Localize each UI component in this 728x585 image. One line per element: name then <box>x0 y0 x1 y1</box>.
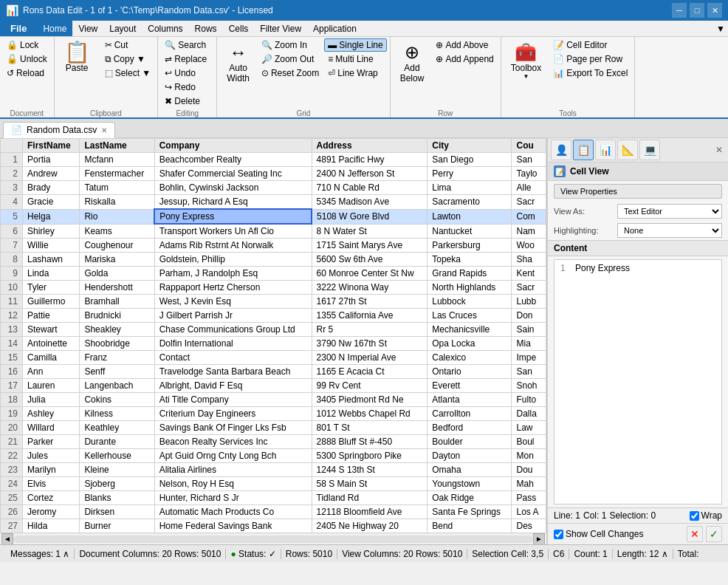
table-cell[interactable]: Youngstown <box>427 477 512 491</box>
table-cell[interactable]: 23 <box>1 463 23 477</box>
table-row[interactable]: 8LashawnMariskaGoldstein, Phillip5600 Sw… <box>1 253 546 267</box>
table-cell[interactable]: 5108 W Gore Blvd <box>312 209 427 224</box>
table-cell[interactable]: Willard <box>23 421 80 435</box>
table-cell[interactable]: Woo <box>512 239 546 253</box>
table-row[interactable]: 12PattieBrudnickiJ Gilbert Parrish Jr135… <box>1 309 546 323</box>
panel-icon-table[interactable]: 📊 <box>595 140 616 160</box>
table-cell[interactable]: 22 <box>1 449 23 463</box>
table-cell[interactable]: Golda <box>80 267 154 281</box>
menu-view[interactable]: View <box>72 21 103 36</box>
panel-close-button[interactable]: ✕ <box>713 144 725 156</box>
table-cell[interactable]: Tidland Rd <box>312 491 427 505</box>
table-row[interactable]: 9LindaGoldaParham, J Randolph Esq60 Monr… <box>1 267 546 281</box>
redo-button[interactable]: ↪Redo <box>161 81 213 94</box>
table-cell[interactable]: Boul <box>512 435 546 449</box>
table-cell[interactable]: Marilyn <box>23 463 80 477</box>
table-cell[interactable]: Jeromy <box>23 505 80 519</box>
table-cell[interactable]: Riskalla <box>80 195 154 210</box>
table-cell[interactable]: Rr 5 <box>312 323 427 337</box>
table-cell[interactable]: Bohlin, Cywinski Jackson <box>154 181 312 195</box>
table-cell[interactable]: Chase Communications Group Ltd <box>154 323 312 337</box>
table-cell[interactable]: 12118 Bloomfield Ave <box>312 505 427 519</box>
table-cell[interactable]: Mcfann <box>80 153 154 167</box>
table-cell[interactable]: Mia <box>512 337 546 351</box>
view-as-select[interactable]: Text Editor <box>617 204 722 219</box>
delete-button[interactable]: ✖Delete <box>161 95 213 108</box>
auto-width-button[interactable]: ↔ Auto Width <box>220 38 256 87</box>
table-cell[interactable]: 7 <box>1 239 23 253</box>
table-cell[interactable]: Sacr <box>512 195 546 210</box>
table-cell[interactable]: 1165 E Acacia Ct <box>312 365 427 379</box>
table-cell[interactable]: Coughenour <box>80 239 154 253</box>
table-cell[interactable]: Lubb <box>512 295 546 309</box>
show-changes-checkbox[interactable] <box>554 530 563 539</box>
table-row[interactable]: 14AntoinetteShoobridgeDolfin Internation… <box>1 337 546 351</box>
table-cell[interactable]: 1355 California Ave <box>312 309 427 323</box>
table-cell[interactable]: Langenbach <box>80 379 154 393</box>
menu-rows[interactable]: Rows <box>189 21 223 36</box>
menu-columns[interactable]: Columns <box>142 21 188 36</box>
menu-home[interactable]: Home <box>37 21 72 36</box>
table-cell[interactable]: Sha <box>512 253 546 267</box>
table-cell[interactable]: Taylo <box>512 167 546 181</box>
table-row[interactable]: 27HildaBurnerHome Federal Savings Bank24… <box>1 519 546 533</box>
paste-button[interactable]: 📋 Paste <box>58 38 97 77</box>
table-cell[interactable]: 5600 Sw 6th Ave <box>312 253 427 267</box>
table-row[interactable]: 20WillardKeathleySavings Bank Of Finger … <box>1 421 546 435</box>
table-cell[interactable]: 5300 Springboro Pike <box>312 449 427 463</box>
table-cell[interactable]: 12 <box>1 309 23 323</box>
table-cell[interactable]: 27 <box>1 519 23 533</box>
table-cell[interactable]: Nam <box>512 224 546 239</box>
table-cell[interactable]: 3 <box>1 181 23 195</box>
panel-icon-clipboard[interactable]: 📋 <box>573 140 594 160</box>
table-cell[interactable]: Tatum <box>80 181 154 195</box>
table-cell[interactable]: Julia <box>23 393 80 407</box>
table-cell[interactable]: Fenstermacher <box>80 167 154 181</box>
table-cell[interactable]: 9 <box>1 267 23 281</box>
replace-button[interactable]: ⇌Replace <box>161 52 213 66</box>
table-row[interactable]: 21ParkerDuranteBeacon Realty Services In… <box>1 435 546 449</box>
table-cell[interactable]: 5 <box>1 209 23 224</box>
table-cell[interactable]: Everett <box>427 379 512 393</box>
table-cell[interactable]: Hendershott <box>80 281 154 295</box>
table-cell[interactable]: 2405 Ne Highway 20 <box>312 519 427 533</box>
table-cell[interactable]: Travelodge Santa Barbara Beach <box>154 365 312 379</box>
table-cell[interactable]: Sheakley <box>80 323 154 337</box>
toolbox-button[interactable]: 🧰 Toolbox ▼ <box>504 38 548 83</box>
table-cell[interactable]: Savings Bank Of Finger Lks Fsb <box>154 421 312 435</box>
table-cell[interactable]: San <box>512 365 546 379</box>
status-messages[interactable]: Messages: 1 ∧ <box>6 549 75 559</box>
table-cell[interactable]: Parker <box>23 435 80 449</box>
table-cell[interactable]: Burner <box>80 519 154 533</box>
table-cell[interactable]: Helga <box>23 209 80 224</box>
add-above-button[interactable]: ⊕Add Above <box>432 38 497 52</box>
scroll-track[interactable] <box>13 536 533 543</box>
table-cell[interactable]: Elvis <box>23 477 80 491</box>
table-row[interactable]: 15CamillaFranzContact2300 N Imperial Ave… <box>1 351 546 365</box>
table-cell[interactable]: 17 <box>1 379 23 393</box>
table-cell[interactable]: Mah <box>512 477 546 491</box>
menu-filter-view[interactable]: Filter View <box>254 21 307 36</box>
table-row[interactable]: 6ShirleyKeamsTransport Workers Un Afl Ci… <box>1 224 546 239</box>
table-cell[interactable]: Antoinette <box>23 337 80 351</box>
table-cell[interactable]: 10 <box>1 281 23 295</box>
table-cell[interactable]: Dirksen <box>80 505 154 519</box>
table-cell[interactable]: 6 <box>1 224 23 239</box>
close-button[interactable]: ✕ <box>707 3 722 18</box>
col-header-country[interactable]: Cou <box>512 139 546 153</box>
confirm-edit-button[interactable]: ✓ <box>706 526 722 542</box>
table-cell[interactable]: J Gilbert Parrish Jr <box>154 309 312 323</box>
table-cell[interactable]: Adams Rib Rstrnt At Norwalk <box>154 239 312 253</box>
table-cell[interactable]: San <box>512 153 546 167</box>
table-cell[interactable]: 8 N Water St <box>312 224 427 239</box>
multi-line-button[interactable]: ≡Multi Line <box>324 52 386 66</box>
select-button[interactable]: ⬚Select ▼ <box>101 66 155 80</box>
table-cell[interactable]: Ontario <box>427 365 512 379</box>
menu-layout[interactable]: Layout <box>103 21 142 36</box>
table-cell[interactable]: 1244 S 13th St <box>312 463 427 477</box>
table-cell[interactable]: 801 T St <box>312 421 427 435</box>
table-cell[interactable]: 99 Rv Cent <box>312 379 427 393</box>
reset-zoom-button[interactable]: ⊙Reset Zoom <box>258 66 323 80</box>
table-cell[interactable]: Parkersburg <box>427 239 512 253</box>
table-cell[interactable]: Calexico <box>427 351 512 365</box>
